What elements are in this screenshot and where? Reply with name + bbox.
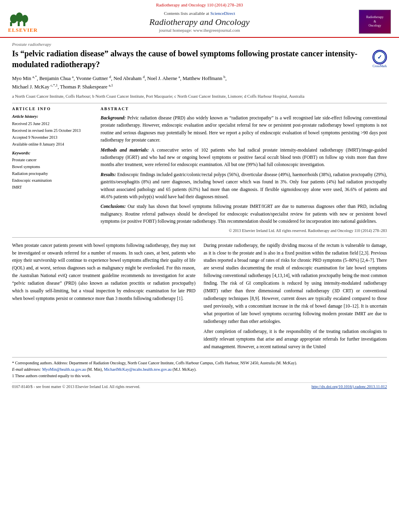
author-thomas-shakespeare: Thomas P. Shakespeare a,1 bbox=[60, 84, 113, 90]
results-label: Results: bbox=[101, 172, 116, 177]
body-right-col: During prostate radiotherapy, the rapidl… bbox=[204, 242, 387, 353]
footnotes: * Corresponding authors. Address: Depart… bbox=[12, 357, 387, 379]
journal-center: Contents lists available at ScienceDirec… bbox=[44, 11, 355, 33]
email-myo-min[interactable]: MyoMin@health.sa.gov.au bbox=[42, 367, 86, 372]
keyword-1: Prostate cancer bbox=[12, 156, 93, 163]
main-content: Prostate radiotherapy Is “pelvic radiati… bbox=[0, 38, 399, 393]
article-info-header: ARTICLE INFO bbox=[12, 107, 93, 111]
author-ned-abraham: Ned Abraham d, bbox=[113, 76, 147, 81]
keywords-label: Keywords: bbox=[12, 151, 93, 155]
bottom-bar: 0167-8140/$ - see front matter © 2013 El… bbox=[12, 382, 387, 389]
conclusions-text: Our study has shown that bowel symptoms … bbox=[101, 204, 387, 224]
revised-date: Received in revised form 25 October 2013 bbox=[12, 127, 93, 134]
author-noel-aherne: Noel J. Aherne a, bbox=[147, 76, 183, 81]
svg-point-2 bbox=[16, 12, 23, 22]
author-michael-mckay: Michael J. McKay c,*,1, bbox=[12, 84, 60, 90]
info-abstract-section: ARTICLE INFO Article history: Received 2… bbox=[12, 107, 387, 234]
author-benjamin-chua: Benjamin Chua a, bbox=[39, 76, 76, 81]
svg-text:✓: ✓ bbox=[377, 54, 382, 60]
cover-text: Radiotherapy&Oncology bbox=[366, 15, 383, 28]
results-para: Results: Endoscopic findings included ga… bbox=[101, 171, 387, 201]
keyword-4: Endoscopic examination bbox=[12, 177, 93, 184]
accepted-date: Accepted 9 November 2013 bbox=[12, 134, 93, 141]
title-row: Is “pelvic radiation disease” always the… bbox=[12, 48, 387, 74]
journal-title: Radiotherapy and Oncology bbox=[44, 16, 355, 28]
author-myo-min: Myo Min a,*, bbox=[12, 76, 39, 81]
results-text: Endoscopic findings included gastric/col… bbox=[101, 172, 387, 199]
svg-rect-4 bbox=[18, 22, 20, 26]
article-title: Is “pelvic radiation disease” always the… bbox=[12, 48, 368, 70]
elsevier-logo-block: ELSEVIER bbox=[8, 10, 44, 33]
footnote-corresponding: * Corresponding authors. Address: Depart… bbox=[12, 360, 387, 366]
journal-url: journal homepage: www.thegreenjournal.co… bbox=[44, 28, 355, 33]
page: Radiotherapy and Oncology 110 (2014) 278… bbox=[0, 0, 399, 532]
crossmark-block: ✓ CrossMark bbox=[372, 50, 387, 68]
methods-label: Methods and materials: bbox=[101, 148, 149, 152]
body-two-col: When prostate cancer patients present wi… bbox=[12, 242, 387, 353]
elsevier-wordmark: ELSEVIER bbox=[8, 27, 38, 33]
email-mckay[interactable]: MichaelMcKay@ncahs.health.nsw.gov.au bbox=[104, 367, 171, 372]
issn-text: 0167-8140/$ - see front matter © 2013 El… bbox=[12, 384, 140, 389]
journal-header: Radiotherapy and Oncology 110 (2014) 278… bbox=[0, 0, 399, 38]
journal-cover: Radiotherapy&Oncology bbox=[355, 10, 391, 34]
keyword-3: Radiation proctopathy bbox=[12, 170, 93, 177]
doi-link[interactable]: http://dx.doi.org/10.1016/j.radonc.2013.… bbox=[312, 384, 387, 389]
body-left-col: When prostate cancer patients present wi… bbox=[12, 242, 195, 353]
sciencedirect-link[interactable]: ScienceDirect bbox=[210, 11, 235, 16]
conclusions-para: Conclusions: Our study has shown that bo… bbox=[101, 203, 387, 225]
section-tag: Prostate radiotherapy bbox=[12, 42, 387, 47]
conclusions-label: Conclusions: bbox=[101, 204, 126, 209]
keywords-list: Prostate cancer Bowel symptoms Radiation… bbox=[12, 156, 93, 191]
body-section: When prostate cancer patients present wi… bbox=[12, 242, 387, 353]
article-info-col: ARTICLE INFO Article history: Received 2… bbox=[12, 107, 93, 234]
svg-rect-5 bbox=[23, 22, 25, 26]
history-label: Article history: bbox=[12, 114, 93, 119]
background-para: Background: Pelvic radiation disease (PR… bbox=[101, 114, 387, 144]
authors: Myo Min a,*, Benjamin Chua a, Yvonne Gut… bbox=[12, 74, 387, 91]
background-text: Pelvic radiation disease (PRD) also wide… bbox=[101, 115, 387, 142]
received-date: Received 25 June 2012 bbox=[12, 120, 93, 127]
abstract-header: ABSTRACT bbox=[101, 107, 387, 111]
elsevier-tree-icon bbox=[8, 10, 34, 27]
available-date: Available online 8 January 2014 bbox=[12, 141, 93, 148]
background-label: Background: bbox=[101, 115, 126, 120]
affiliations: a North Coast Cancer Institute, Coffs Ha… bbox=[12, 93, 387, 100]
divider-1 bbox=[12, 103, 387, 103]
svg-point-3 bbox=[22, 15, 28, 23]
footnote-email: E-mail addresses: MyoMin@health.sa.gov.a… bbox=[12, 366, 387, 373]
journal-citation: Radiotherapy and Oncology 110 (2014) 278… bbox=[8, 2, 391, 7]
keyword-5: IMRT bbox=[12, 184, 93, 191]
crossmark-icon: ✓ bbox=[372, 50, 387, 64]
body-right-para-1: During prostate radiotherapy, the rapidl… bbox=[204, 242, 387, 326]
author-yvonne-guttner: Yvonne Guttner d, bbox=[76, 76, 114, 81]
divider-2 bbox=[12, 237, 387, 238]
body-left-para: When prostate cancer patients present wi… bbox=[12, 242, 195, 303]
body-right-para-2: After completion of radiotherapy, it is … bbox=[204, 328, 387, 351]
abstract-col: ABSTRACT Background: Pelvic radiation di… bbox=[101, 107, 387, 234]
keyword-2: Bowel symptoms bbox=[12, 163, 93, 170]
author-matthew-hoffmann: Matthew Hoffmann b, bbox=[183, 76, 226, 81]
methods-para: Methods and materials: A consecutive ser… bbox=[101, 146, 387, 168]
footnote-equal: 1 These authors contributed equally to t… bbox=[12, 373, 387, 379]
copyright: © 2013 Elsevier Ireland Ltd. All rights … bbox=[101, 228, 387, 234]
contents-available: Contents lists available at ScienceDirec… bbox=[44, 11, 355, 16]
svg-rect-0 bbox=[10, 22, 12, 26]
abstract-text: Background: Pelvic radiation disease (PR… bbox=[101, 114, 387, 234]
crossmark-label: CrossMark bbox=[372, 64, 387, 68]
